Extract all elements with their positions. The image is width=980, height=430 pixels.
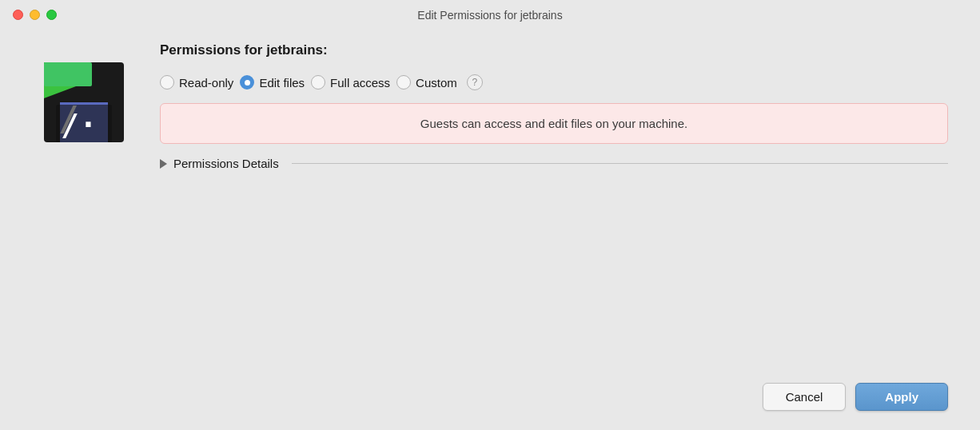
radio-editfiles-label: Edit files [259, 76, 305, 90]
minimize-button[interactable] [30, 10, 40, 20]
radio-custom[interactable]: Custom [396, 75, 457, 90]
radio-group: Read-only Edit files Full access Custom … [160, 74, 948, 90]
radio-editfiles-circle[interactable] [240, 75, 254, 90]
permissions-details-row[interactable]: Permissions Details [160, 157, 948, 170]
radio-custom-label: Custom [416, 76, 457, 90]
window-title: Edit Permissions for jetbrains [417, 9, 562, 22]
radio-fullaccess-circle[interactable] [311, 75, 325, 90]
help-icon[interactable]: ? [467, 74, 483, 90]
traffic-lights [13, 10, 57, 20]
permissions-title: Permissions for jetbrains: [160, 42, 948, 58]
svg-rect-3 [44, 62, 92, 86]
app-icon: / /· [32, 50, 136, 154]
radio-readonly[interactable]: Read-only [160, 75, 233, 90]
svg-text:/·: /· [61, 107, 98, 142]
cancel-button[interactable]: Cancel [763, 383, 847, 411]
radio-fullaccess-label: Full access [330, 76, 390, 90]
warning-message: Guests can access and edit files on your… [420, 117, 687, 130]
radio-readonly-label: Read-only [179, 76, 233, 90]
title-bar: Edit Permissions for jetbrains [0, 0, 980, 26]
details-divider [292, 163, 948, 164]
radio-fullaccess[interactable]: Full access [311, 75, 390, 90]
expand-triangle-icon[interactable] [160, 159, 167, 169]
radio-custom-circle[interactable] [396, 75, 411, 90]
apply-button[interactable]: Apply [855, 383, 948, 411]
radio-readonly-circle[interactable] [160, 75, 174, 90]
main-content: / /· Permissions for jetbrains: Read-onl… [0, 26, 980, 370]
close-button[interactable] [13, 10, 23, 20]
permissions-details-label: Permissions Details [173, 157, 279, 170]
right-panel: Permissions for jetbrains: Read-only Edi… [160, 42, 948, 170]
bottom-bar: Cancel Apply [0, 370, 980, 430]
maximize-button[interactable] [46, 10, 57, 20]
radio-editfiles[interactable]: Edit files [240, 75, 305, 90]
warning-box: Guests can access and edit files on your… [160, 103, 948, 144]
